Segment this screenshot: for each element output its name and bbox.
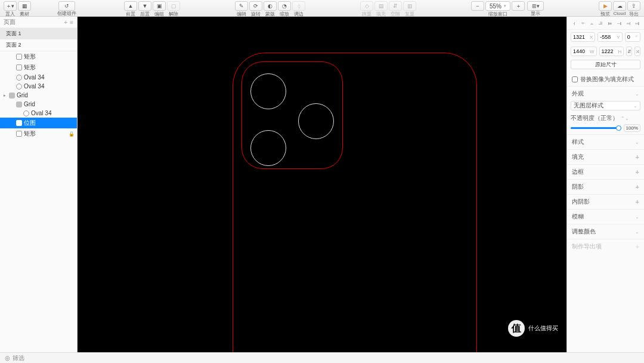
distribute-v-icon[interactable]: ⫥ (634, 19, 640, 27)
border-section[interactable]: 边框+ (567, 165, 644, 179)
lock-icon: 🔒 (69, 131, 75, 137)
layer-row[interactable]: Grid (0, 100, 77, 109)
layer-label: 位图 (24, 119, 36, 127)
align-left-icon[interactable]: ⫞ (571, 19, 577, 27)
group-button[interactable]: ▣ (153, 1, 166, 11)
export-button[interactable]: ⇪ (627, 1, 640, 11)
layer-label: Grid (24, 101, 35, 107)
width-field[interactable]: W (571, 47, 597, 56)
edge-button[interactable]: ⎀ (292, 1, 305, 11)
style-section[interactable]: 样式⌄ (567, 135, 644, 149)
distribute-h-icon[interactable]: ⫤ (625, 19, 631, 27)
edit-button[interactable]: ✎ (235, 1, 248, 11)
inner-shadow-section[interactable]: 内阴影+ (567, 195, 644, 209)
align-right-icon[interactable]: ⫠ (589, 19, 595, 27)
layer-label: 矩形 (24, 63, 36, 72)
layer-label: 矩形 (24, 130, 36, 138)
layer-row[interactable]: 矩形🔒 (0, 128, 77, 139)
align-bottom-icon[interactable]: ⫣ (616, 19, 623, 27)
align-tools: ⫞ ⫟ ⫠ ⫡ ⫢ ⫣ ⫤ ⫥ (567, 17, 644, 30)
create-component-button[interactable]: ↺ (58, 1, 75, 11)
layer-row[interactable]: 位图 (0, 118, 77, 128)
opacity-value[interactable]: 100% (624, 124, 640, 132)
mask-button[interactable]: ◐ (264, 1, 277, 11)
filter-icon[interactable]: ◎ (5, 355, 10, 361)
zoom-level[interactable]: 55%▾ (485, 1, 510, 11)
assets-button[interactable]: ▦ (18, 1, 31, 11)
lock-aspect-icon[interactable]: ⇵ (626, 47, 632, 56)
page-item[interactable]: 页面 1 (0, 28, 77, 39)
zoom-out-button[interactable]: − (471, 1, 484, 11)
opacity-slider[interactable] (571, 127, 621, 129)
export-section[interactable]: 制作导出项+ (567, 239, 644, 254)
layers-list: 矩形矩形Oval 34Oval 34▸GridGridOval 34位图矩形🔒 (0, 51, 77, 352)
rotation-field[interactable]: ° (625, 32, 640, 42)
list-icon[interactable]: ≡ (70, 19, 73, 26)
layer-label: Oval 34 (24, 83, 44, 90)
filter-label[interactable]: 筛选 (13, 354, 24, 362)
camera-lens-1 (250, 73, 286, 109)
layer-label: 矩形 (24, 53, 36, 61)
fill-section[interactable]: 填充+ (567, 150, 644, 164)
layer-label: Oval 34 (24, 74, 44, 81)
align-top-icon[interactable]: ⫡ (597, 19, 604, 27)
grid-icon (16, 101, 22, 107)
ungroup-button[interactable]: ▢ (167, 1, 180, 11)
bring-forward-button[interactable]: ▲ (124, 1, 137, 11)
appearance-section[interactable]: 外观⌄ (567, 87, 644, 101)
layer-row[interactable]: Oval 34 (0, 82, 77, 91)
grid-icon (9, 93, 15, 99)
status-bar: ◎ 筛选 (0, 352, 644, 363)
original-size-button[interactable]: 原始尺寸 (571, 60, 640, 69)
layer-label: Oval 34 (31, 110, 51, 116)
fill-top-button[interactable]: ▤ (374, 1, 388, 11)
send-backward-button[interactable]: ▼ (138, 1, 151, 11)
x-field[interactable]: X (571, 32, 595, 42)
shadow-section[interactable]: 阴影+ (567, 180, 644, 194)
watermark: 值 什么值得买 (508, 320, 558, 337)
rect-icon (16, 64, 22, 70)
left-panel: 页面 +≡ 页面 1页面 2 矩形矩形Oval 34Oval 34▸GridGr… (0, 17, 78, 352)
insert-button[interactable]: ＋▾ (4, 1, 17, 11)
cloud-button[interactable]: ☁ (613, 1, 626, 11)
align-center-h-icon[interactable]: ⫟ (580, 19, 586, 27)
repeat-button[interactable]: ▥ (403, 1, 416, 11)
scale-button[interactable]: ◔ (278, 1, 291, 11)
pages-header: 页面 +≡ (0, 17, 77, 28)
zoom-in-button[interactable]: ＋ (512, 1, 525, 11)
oval-icon (16, 84, 22, 90)
layer-row[interactable]: Oval 34 (0, 109, 77, 118)
canvas-artboard (78, 17, 566, 352)
rect-icon (16, 131, 22, 137)
height-field[interactable]: H (599, 47, 624, 56)
oval-icon (23, 110, 29, 116)
page-item[interactable]: 页面 2 (0, 39, 77, 51)
rotate-button[interactable]: ⟳ (249, 1, 262, 11)
right-inspector: ⫞ ⫟ ⫠ ⫡ ⫢ ⫣ ⫤ ⫥ X Y ° W H ⇵ ⤭ 原始尺寸 替换图像为… (566, 17, 644, 352)
flip-icon[interactable]: ⤭ (634, 47, 640, 56)
layer-row[interactable]: 矩形 (0, 51, 77, 62)
preview-button[interactable]: ▶ (599, 1, 612, 11)
align-middle-v-icon[interactable]: ⫢ (607, 19, 614, 27)
canvas[interactable]: 值 什么值得买 (78, 17, 566, 352)
blur-section[interactable]: 模糊⌄ (567, 210, 644, 224)
top-toolbar: ＋▾ ▦ 置入素材 ↺ 创建组件 ▲ ▼ ▣ ▢ 前置一层后置一层编组解除编组 … (0, 0, 644, 17)
gap-button[interactable]: ⇵ (389, 1, 402, 11)
color-adjust-section[interactable]: 调整颜色⌄ (567, 224, 644, 239)
layer-row[interactable]: Oval 34 (0, 73, 77, 82)
oval-icon (16, 75, 22, 81)
layer-row[interactable]: ▸Grid (0, 91, 77, 100)
img-icon (16, 120, 22, 126)
camera-lens-3 (250, 130, 286, 166)
opacity-label: 不透明度（正常）⌃⌄ (571, 114, 640, 122)
layer-style-select[interactable]: 无图层样式⌄ (571, 101, 640, 110)
layer-label: Grid (17, 92, 28, 99)
replace-fill-checkbox[interactable]: 替换图像为填充样式 (567, 73, 644, 86)
rect-icon (16, 54, 22, 60)
add-page-icon[interactable]: + (64, 19, 67, 26)
display-button[interactable]: ⊞▾ (527, 1, 544, 11)
swap-button[interactable]: ◇ (360, 1, 373, 11)
layer-row[interactable]: 矩形 (0, 62, 77, 73)
camera-lens-2 (298, 103, 334, 139)
y-field[interactable]: Y (597, 32, 622, 42)
